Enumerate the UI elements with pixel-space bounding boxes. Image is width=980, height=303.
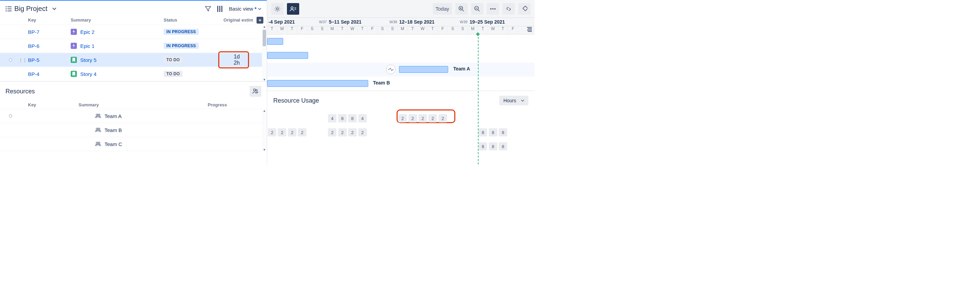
- day-header-cell: F: [297, 26, 307, 34]
- res-col-key[interactable]: Key: [28, 102, 79, 107]
- table-row[interactable]: BP-7Epic 2IN PROGRESS: [0, 25, 267, 39]
- usage-cell[interactable]: 4: [358, 114, 367, 123]
- estimate-cell[interactable]: 1d 2h: [218, 51, 267, 69]
- more-menu-button[interactable]: [487, 3, 499, 15]
- day-header-cell: S: [307, 26, 317, 34]
- gantt-bar-bp4[interactable]: [267, 80, 368, 87]
- usage-cell[interactable]: 4: [328, 114, 336, 123]
- usage-cell[interactable]: 2: [348, 128, 356, 136]
- assignee-view-button[interactable]: [287, 3, 299, 15]
- table-row[interactable]: BP-6Epic 1IN PROGRESS: [0, 39, 267, 53]
- col-status[interactable]: Status: [164, 18, 218, 22]
- issue-key[interactable]: BP-5: [28, 57, 71, 63]
- issue-summary[interactable]: Epic 1: [80, 43, 95, 49]
- issue-summary[interactable]: Story 4: [80, 71, 97, 77]
- res-col-summary[interactable]: Summary: [79, 102, 208, 107]
- issue-key[interactable]: BP-4: [28, 71, 71, 77]
- gantt-bar-bp6[interactable]: [267, 52, 308, 59]
- svg-line-28: [478, 10, 480, 11]
- gantt-bar-bp7[interactable]: [267, 38, 283, 45]
- usage-cell[interactable]: 2: [418, 114, 427, 123]
- usage-cell[interactable]: 2: [409, 114, 417, 123]
- col-key[interactable]: Key: [28, 18, 71, 22]
- col-summary[interactable]: Summary: [71, 18, 164, 22]
- resources-people-button[interactable]: [250, 86, 261, 97]
- filter-icon[interactable]: [205, 6, 211, 12]
- week-label: W37: [319, 20, 327, 24]
- row-selector[interactable]: [9, 114, 12, 118]
- issue-key[interactable]: BP-6: [28, 43, 71, 49]
- list-columns-header: Key Summary Status Original estim +: [0, 15, 267, 25]
- usage-cell[interactable]: 2: [268, 128, 276, 136]
- project-title[interactable]: Big Project: [5, 5, 56, 13]
- svg-point-9: [253, 89, 256, 91]
- zoom-in-button[interactable]: [455, 3, 468, 15]
- table-row[interactable]: BP-4Story 4TO DO: [0, 67, 267, 81]
- chevron-down-icon: [52, 8, 56, 10]
- usage-cell[interactable]: 8: [499, 128, 507, 136]
- view-selector[interactable]: Basic view*: [229, 6, 261, 12]
- row-selector[interactable]: [9, 58, 12, 62]
- today-button[interactable]: Today: [433, 3, 452, 15]
- scrollbar[interactable]: ▲ ▼: [262, 25, 267, 81]
- sprint-icon[interactable]: [386, 65, 396, 74]
- issue-key[interactable]: BP-7: [28, 29, 71, 35]
- day-header-cell: T: [358, 26, 368, 34]
- usage-cell[interactable]: 2: [328, 128, 336, 136]
- status-badge[interactable]: IN PROGRESS: [164, 29, 199, 35]
- svg-point-31: [492, 8, 493, 10]
- scroll-thumb[interactable]: [262, 30, 266, 46]
- usage-cell[interactable]: 2: [398, 114, 407, 123]
- status-badge[interactable]: IN PROGRESS: [164, 43, 199, 49]
- day-header-cell: W: [277, 26, 287, 34]
- res-col-progress[interactable]: Progress: [208, 102, 227, 107]
- usage-cell[interactable]: 8: [479, 128, 487, 136]
- usage-cell[interactable]: 2: [428, 114, 437, 123]
- milestones-button[interactable]: [518, 3, 530, 15]
- issue-summary[interactable]: Epic 2: [80, 29, 95, 35]
- resource-row[interactable]: Team C: [0, 137, 267, 151]
- usage-cell[interactable]: 2: [358, 128, 367, 136]
- usage-cell[interactable]: 8: [489, 128, 497, 136]
- day-header-cell: F: [368, 26, 377, 34]
- scroll-down-icon[interactable]: ▼: [262, 78, 267, 81]
- settings-button[interactable]: [271, 3, 283, 15]
- day-header-cell: F: [508, 26, 518, 34]
- day-header-cell: W: [347, 26, 357, 34]
- usage-cell[interactable]: 8: [479, 142, 487, 150]
- day-header-cell: T: [478, 26, 488, 34]
- day-header-cell: F: [438, 26, 448, 34]
- team-icon: [95, 128, 101, 132]
- usage-cell[interactable]: 8: [338, 114, 347, 123]
- svg-point-18: [98, 142, 100, 144]
- resource-name: Team C: [105, 141, 122, 147]
- scroll-down-icon[interactable]: ▼: [262, 148, 267, 152]
- usage-cell[interactable]: 2: [298, 128, 306, 136]
- week-range: 5–11 Sep 2021: [329, 19, 362, 25]
- add-column-button[interactable]: +: [256, 17, 263, 24]
- usage-units-select[interactable]: Hours: [500, 96, 528, 105]
- scrollbar[interactable]: ▲ ▼: [262, 109, 267, 152]
- scroll-up-icon[interactable]: ▲: [262, 25, 267, 29]
- resource-row[interactable]: Team A: [0, 109, 267, 123]
- issue-summary[interactable]: Story 5: [80, 57, 97, 63]
- usage-cell[interactable]: 8: [489, 142, 497, 150]
- zoom-out-button[interactable]: [471, 3, 483, 15]
- columns-icon[interactable]: [217, 6, 223, 12]
- drag-handle-icon[interactable]: ⋮⋮: [18, 57, 27, 62]
- dependencies-button[interactable]: [503, 3, 515, 15]
- usage-cell[interactable]: 2: [288, 128, 296, 136]
- usage-cell[interactable]: 2: [439, 114, 447, 123]
- usage-cell[interactable]: 2: [338, 128, 347, 136]
- layers-icon[interactable]: [527, 27, 533, 32]
- usage-cell[interactable]: 8: [348, 114, 356, 123]
- story-icon: [71, 71, 77, 77]
- resource-row[interactable]: Team B: [0, 123, 267, 137]
- scroll-up-icon[interactable]: ▲: [262, 109, 267, 113]
- gantt-bar-bp5[interactable]: [399, 66, 448, 73]
- usage-cell[interactable]: 2: [278, 128, 286, 136]
- table-row[interactable]: ⋮⋮BP-5Story 5TO DO1d 2h: [0, 53, 267, 67]
- usage-cell[interactable]: 8: [499, 142, 507, 150]
- status-badge[interactable]: TO DO: [164, 57, 182, 63]
- status-badge[interactable]: TO DO: [164, 71, 182, 77]
